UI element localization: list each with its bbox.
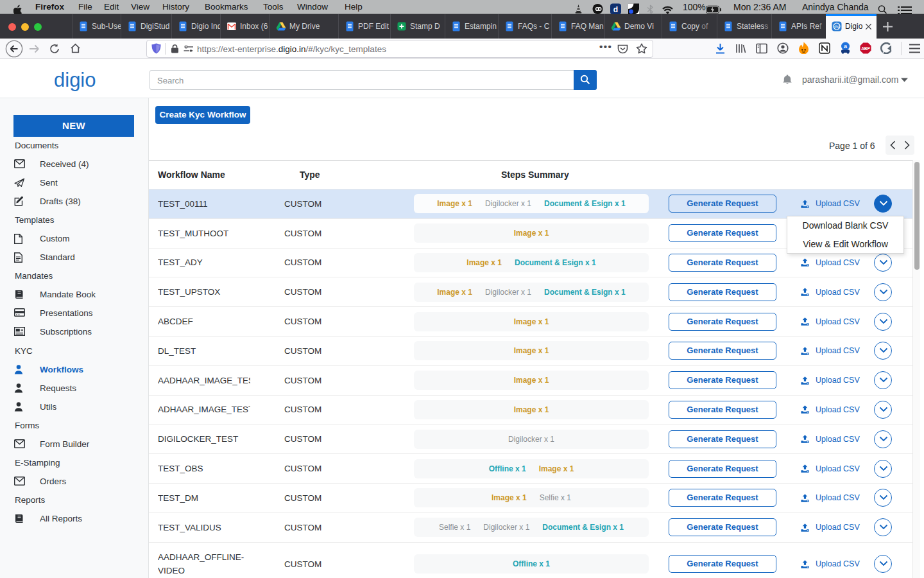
svg-text:ABP: ABP — [861, 46, 870, 51]
svg-text:dig: dig — [834, 24, 839, 28]
svg-text:d: d — [613, 5, 618, 14]
